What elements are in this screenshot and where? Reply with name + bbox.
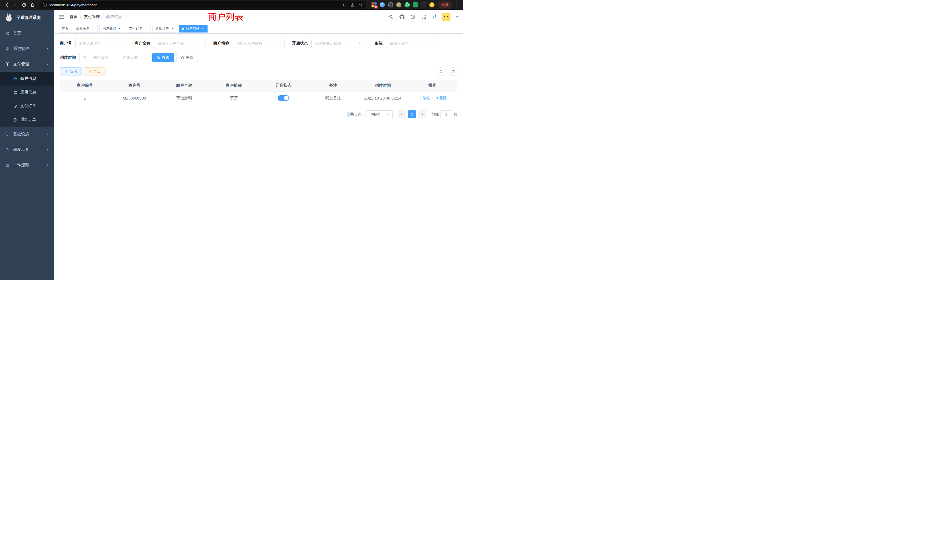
breadcrumb-pay[interactable]: 支付管理: [84, 14, 100, 20]
full-name-input[interactable]: [154, 39, 206, 48]
credit-card-icon: [13, 77, 17, 81]
full-name-label: 商户全称: [135, 41, 151, 46]
sidebar-item-home[interactable]: 首页: [0, 26, 54, 41]
status-select[interactable]: [311, 39, 363, 48]
close-icon[interactable]: ×: [201, 27, 205, 31]
fullscreen-icon[interactable]: [421, 14, 426, 20]
browser-home-button[interactable]: [29, 1, 36, 9]
user-avatar[interactable]: [442, 12, 451, 21]
extension-drop-icon[interactable]: [380, 2, 385, 8]
browser-menu-button[interactable]: [453, 1, 460, 9]
search-icon[interactable]: [389, 14, 394, 20]
export-button[interactable]: 导出: [84, 67, 106, 76]
close-icon[interactable]: ×: [171, 27, 174, 31]
tab-merchant-info[interactable]: 商户信息×: [179, 25, 207, 32]
sidebar-item-label: 退款订单: [20, 117, 36, 122]
sidebar-item-merchant-info[interactable]: 商户信息: [0, 72, 54, 86]
add-button[interactable]: 新增: [60, 67, 82, 76]
breadcrumb-home[interactable]: 首页: [70, 14, 77, 20]
edit-link[interactable]: 修改: [418, 95, 430, 101]
sidebar-item-app-info[interactable]: 应用信息: [0, 86, 54, 99]
extension-avatar-icon[interactable]: [396, 2, 401, 8]
tab-refund-order[interactable]: 退款订单×: [153, 25, 177, 32]
sidebar-item-infrastructure[interactable]: 基础设施 ▼: [0, 127, 54, 142]
close-icon[interactable]: ×: [144, 27, 148, 31]
sidebar-item-system[interactable]: 系统管理 ▼: [0, 41, 54, 56]
password-key-icon[interactable]: [342, 3, 346, 7]
extension-pinwheel-icon[interactable]: [421, 2, 426, 8]
refresh-table-button[interactable]: [449, 67, 457, 76]
create-time-range-picker[interactable]: 开始日期 - 结束日期: [79, 53, 145, 62]
short-name-input[interactable]: [233, 39, 284, 48]
bookmark-star-icon[interactable]: [359, 3, 363, 7]
col-header: 商户全称: [159, 80, 209, 91]
sidebar-item-dev-tools[interactable]: 研发工具 ▼: [0, 142, 54, 157]
cell-actions: 修改 删除: [408, 91, 457, 105]
tab-label: 用户分组: [102, 26, 116, 31]
dashboard-icon: [5, 31, 10, 36]
browser-back-button[interactable]: [3, 1, 11, 9]
table-row: 1 M233666999 芋道源码 芋艿 我是备注 2021-10-23 08:…: [60, 91, 457, 105]
remark-input[interactable]: [386, 39, 438, 48]
browser-reload-button[interactable]: [20, 1, 28, 9]
chevron-down-icon: ▼: [47, 47, 49, 50]
sidebar-item-pay-order[interactable]: 支付订单: [0, 99, 54, 113]
export-button-label: 导出: [94, 69, 101, 74]
github-icon[interactable]: [399, 14, 404, 20]
toolbox-icon: [5, 147, 10, 152]
extension-green-square-icon[interactable]: [413, 2, 418, 8]
url-bar[interactable]: i localhost:1024/pay/merchant: [39, 1, 366, 9]
close-icon[interactable]: ×: [118, 27, 121, 31]
document-icon: [13, 118, 17, 122]
date-end-placeholder: 结束日期: [118, 55, 142, 60]
tags-view-bar: 首页 流程表单× 用户分组× 支付订单× 退款订单× 商户信息×: [54, 24, 463, 34]
reload-icon: [22, 3, 27, 8]
extension-grid-icon[interactable]: 10: [371, 2, 377, 8]
cell-merchant-no: M233666999: [109, 91, 159, 105]
tab-user-group[interactable]: 用户分组×: [100, 25, 124, 32]
reset-button[interactable]: 重置: [176, 53, 198, 62]
sidebar-item-refund-order[interactable]: 退款订单: [0, 113, 54, 127]
help-icon[interactable]: [410, 14, 415, 20]
page-size-select[interactable]: ▼: [365, 110, 393, 118]
top-navbar: 首页 / 支付管理 / 商户信息 商户列表 TT: [54, 10, 463, 24]
sidebar-item-label: 工作流程: [13, 162, 29, 168]
gear-icon: [5, 47, 10, 51]
chevron-down-icon: ▼: [47, 148, 49, 151]
extension-green-circle-icon[interactable]: [404, 2, 410, 8]
sidebar-item-label: 应用信息: [20, 90, 36, 95]
toggle-search-button[interactable]: [437, 67, 445, 76]
font-size-icon[interactable]: TT: [432, 15, 436, 20]
prev-page-button[interactable]: [398, 110, 406, 118]
delete-link[interactable]: 删除: [435, 95, 447, 101]
briefcase-icon: [5, 163, 10, 167]
tab-process-form[interactable]: 流程表单×: [73, 25, 98, 32]
tab-label: 退款订单: [155, 26, 169, 31]
page-number-1[interactable]: 1: [408, 110, 416, 118]
profile-emoji-icon[interactable]: [429, 2, 434, 8]
sidebar-item-label: 基础设施: [13, 132, 29, 137]
update-button[interactable]: 更新: [439, 1, 452, 9]
merchant-no-input[interactable]: [75, 39, 127, 48]
search-button[interactable]: 搜索: [152, 53, 174, 62]
extension-badge: 10: [374, 5, 378, 9]
site-info-icon[interactable]: i: [43, 3, 47, 7]
tab-pay-order[interactable]: 支付订单×: [126, 25, 151, 32]
hamburger-icon[interactable]: [59, 14, 64, 20]
extension-ring-icon[interactable]: [388, 2, 393, 8]
close-icon[interactable]: ×: [91, 27, 95, 31]
sidebar-item-workflow[interactable]: 工作流程 ▼: [0, 157, 54, 173]
browser-forward-button[interactable]: [11, 1, 20, 9]
share-icon[interactable]: [350, 3, 355, 7]
search-icon: [439, 70, 443, 74]
page-size-input[interactable]: [365, 110, 393, 118]
col-header: 操作: [408, 80, 457, 91]
sidebar-item-pay[interactable]: ¥ 支付管理 ▲: [0, 56, 54, 72]
goto-page-input[interactable]: [440, 110, 452, 118]
col-header: 备注: [308, 80, 358, 91]
tab-home[interactable]: 首页: [59, 25, 71, 32]
status-toggle[interactable]: [278, 95, 289, 101]
avatar-caret-icon[interactable]: [456, 16, 458, 18]
col-header: 商户编号: [60, 80, 109, 91]
next-page-button[interactable]: [418, 110, 426, 118]
